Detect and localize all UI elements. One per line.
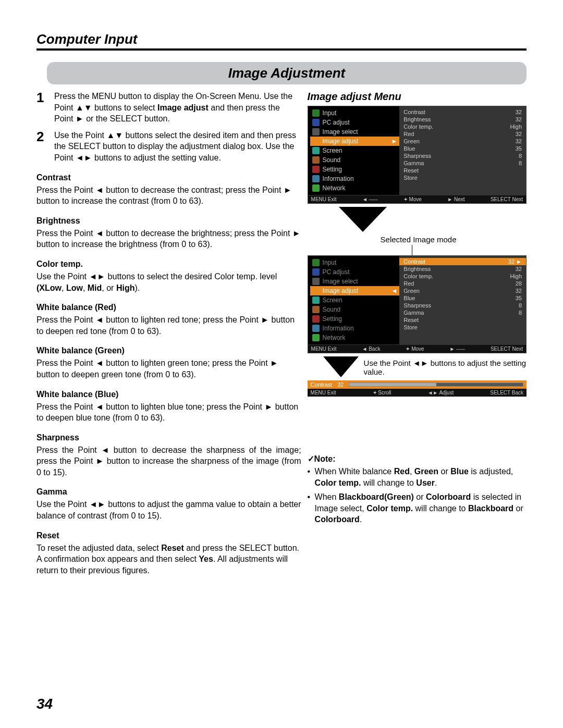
osd-value-row: Red28: [403, 280, 522, 287]
osd-value-row: Store: [403, 324, 522, 331]
osd-value-row: Red32: [403, 130, 522, 138]
menu-icon: [312, 184, 320, 192]
osd-menu-item: Sound: [310, 305, 400, 314]
menu-icon: [312, 325, 320, 332]
arrow-down-icon: [323, 356, 359, 377]
section-title: Image Adjustment: [47, 62, 527, 84]
item-wb-red: White balance (Red) Press the Point ◄ bu…: [36, 303, 301, 337]
osd-value-row: Blue35: [403, 145, 522, 152]
menu-icon: [312, 287, 320, 294]
item-wb-blue: White balance (Blue) Press the Point ◄ b…: [36, 390, 301, 424]
selected-image-mode-label: Selected Image mode: [381, 235, 527, 244]
slider: [349, 382, 523, 387]
osd-value-row: Green32: [403, 138, 522, 145]
menu-icon: [312, 315, 320, 323]
instructions-column: 1 Press the MENU button to display the O…: [36, 91, 301, 576]
arrow-down-icon: [339, 207, 387, 232]
menu-icon: [312, 128, 320, 135]
menu-icon: [312, 259, 320, 266]
osd-value-row: Green32: [403, 287, 522, 294]
osd-menu-item: Setting: [310, 314, 400, 324]
osd-adjust-bar: Contrast 32 MENU Exit ✦ Scroll ◄► Adjust…: [308, 380, 527, 397]
osd-value-row: Color temp.High: [403, 273, 522, 280]
osd-value-row: Gamma8: [403, 159, 522, 167]
right-title: Image adjust Menu: [308, 91, 527, 103]
osd-menu-item: Screen: [310, 146, 400, 155]
osd-value-row: Reset: [403, 167, 522, 174]
note-block: ✓Note: When White balance Red, Green or …: [308, 454, 527, 525]
osd-value-row: Sharpness8: [403, 302, 522, 309]
menu-icon: [312, 119, 320, 126]
osd-menu-item: PC adjust: [310, 267, 400, 277]
page-header: Computer Input: [36, 31, 527, 51]
step-2: 2 Use the Point ▲▼ buttons select the de…: [36, 130, 301, 164]
osd-menu-item: PC adjust: [310, 118, 400, 127]
osd-value-row: Contrast32: [403, 108, 522, 116]
menu-icon: [312, 166, 320, 173]
osd-menu-item: Information: [310, 324, 400, 333]
page-number: 34: [36, 696, 53, 712]
osd-value-row: Color temp.High: [403, 123, 522, 130]
menu-icon: [312, 306, 320, 313]
osd-menu-item: Image select: [310, 127, 400, 137]
osd-menu-item: Network: [310, 183, 400, 193]
osd-value-row: Sharpness8: [403, 152, 522, 159]
menu-icon: [312, 175, 320, 182]
item-brightness: Brightness Press the Point ◄ button to d…: [36, 216, 301, 250]
note-item: When White balance Red, Green or Blue is…: [308, 466, 527, 488]
osd-menu-item: Information: [310, 174, 400, 183]
osd-value-row: Brightness32: [403, 116, 522, 123]
item-gamma: Gamma Use the Point ◄► buttons to adjust…: [36, 487, 301, 521]
item-sharpness: Sharpness Press the Point ◄ button to de…: [36, 433, 301, 478]
item-contrast: Contrast Press the Point ◄ button to dec…: [36, 173, 301, 207]
menu-icon: [312, 147, 320, 154]
illustration-column: Image adjust Menu InputPC adjustImage se…: [308, 91, 527, 576]
osd-value-row: Store: [403, 174, 522, 181]
item-wb-green: White balance (Green) Press the Point ◄ …: [36, 346, 301, 380]
osd-menu-item: Input: [310, 108, 400, 118]
menu-icon: [312, 156, 320, 164]
osd-menu-item: Image select: [310, 277, 400, 286]
menu-icon: [312, 109, 320, 117]
menu-icon: [312, 268, 320, 276]
menu-icon: [312, 278, 320, 285]
menu-icon: [312, 138, 320, 145]
menu-icon: [312, 297, 320, 304]
osd-value-row: Brightness32: [403, 265, 522, 273]
note-item: When Blackboard(Green) or Colorboard is …: [308, 491, 527, 525]
osd-menu-item: Setting: [310, 165, 400, 174]
osd-screenshot-1: InputPC adjustImage selectImage adjust►S…: [308, 106, 527, 204]
item-colortemp: Color temp. Use the Point ◄► buttons to …: [36, 260, 301, 293]
menu-icon: [312, 334, 320, 341]
item-reset: Reset To reset the adjusted data, select…: [36, 531, 301, 576]
osd-value-row: Blue35: [403, 294, 522, 302]
osd-menu-item: Image adjust►: [310, 137, 400, 146]
osd-menu-item: Network: [310, 333, 400, 342]
osd-menu-item: Screen: [310, 295, 400, 305]
adjust-caption: Use the Point ◄► buttons to adjust the s…: [364, 359, 527, 376]
osd-menu-item: Input: [310, 258, 400, 267]
step-1: 1 Press the MENU button to display the O…: [36, 91, 301, 125]
osd-value-row: Contrast32 ►: [399, 258, 526, 265]
osd-value-row: Gamma8: [403, 309, 522, 316]
osd-menu-item: Image adjust◄: [310, 286, 400, 295]
osd-menu-item: Sound: [310, 155, 400, 165]
osd-value-row: Reset: [403, 316, 522, 324]
osd-screenshot-2: InputPC adjustImage selectImage adjust◄S…: [308, 255, 527, 353]
